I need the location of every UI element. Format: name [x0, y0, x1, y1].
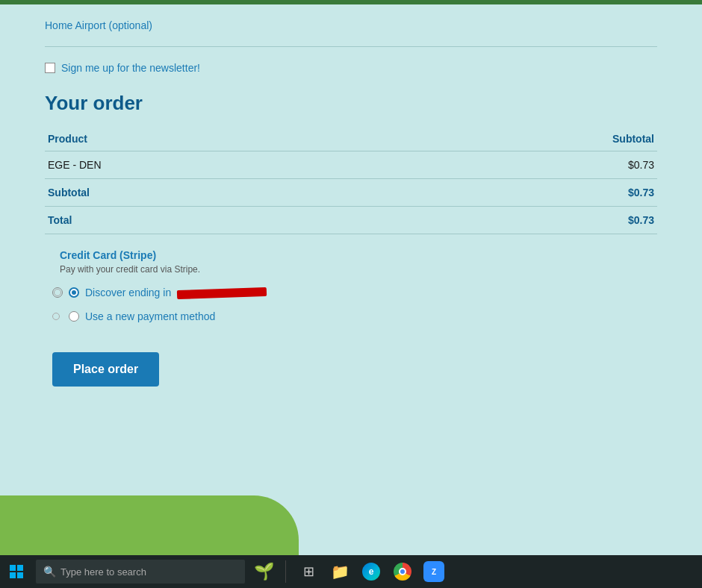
place-order-button[interactable]: Place order: [52, 352, 159, 387]
svg-rect-1: [17, 565, 23, 571]
col-header-product: Product: [45, 127, 384, 151]
newsletter-row: Sign me up for the newsletter!: [45, 62, 657, 74]
section-divider: [45, 46, 657, 47]
chrome-center-dot: [399, 568, 406, 575]
stripe-subtitle: Pay with your credit card via Stripe.: [60, 264, 657, 275]
existing-card-label: Discover ending in: [85, 287, 267, 298]
taskbar-plant-thumbnail: 🌱: [245, 555, 282, 588]
home-airport-link[interactable]: Home Airport (optional): [45, 19, 657, 31]
payment-option-new[interactable]: Use a new payment method: [52, 310, 657, 322]
windows-logo-icon: [10, 565, 23, 578]
main-content: Home Airport (optional) Sign me up for t…: [0, 0, 702, 522]
zoom-icon: Z: [423, 561, 444, 582]
total-row: Total $0.73: [45, 207, 657, 234]
task-view-icon: ⊞: [303, 563, 314, 580]
radio-new-method[interactable]: [69, 311, 79, 322]
taskbar-search-bar[interactable]: 🔍 Type here to search: [36, 560, 245, 584]
radio-outer-new: [52, 313, 60, 320]
newsletter-label: Sign me up for the newsletter!: [61, 62, 200, 74]
taskbar-app-icons: ⊞ 📁 e Z: [295, 558, 447, 585]
taskbar-search-text: Type here to search: [60, 566, 146, 578]
file-explorer-button[interactable]: 📁: [326, 558, 353, 585]
radio-dot: [72, 290, 76, 295]
green-hill-decoration: [0, 495, 299, 555]
order-table: Product Subtotal EGE - DEN $0.73 Subtota…: [45, 127, 657, 234]
radio-selected-existing[interactable]: [69, 287, 79, 298]
svg-rect-0: [10, 565, 16, 571]
total-label: Total: [45, 207, 384, 234]
search-icon: 🔍: [43, 566, 56, 578]
chrome-browser-button[interactable]: [389, 558, 416, 585]
credit-card-title: Credit Card (Stripe): [60, 249, 657, 261]
new-payment-label: Use a new payment method: [85, 310, 215, 322]
file-explorer-icon: 📁: [331, 563, 350, 581]
subtotal-value: $0.73: [384, 179, 657, 207]
total-value: $0.73: [384, 207, 657, 234]
payment-section: Credit Card (Stripe) Pay with your credi…: [45, 249, 657, 322]
newsletter-checkbox[interactable]: [45, 63, 55, 73]
radio-outer-existing: [52, 287, 63, 298]
taskbar-divider: [285, 560, 286, 583]
product-name: EGE - DEN: [45, 151, 384, 179]
your-order-title: Your order: [45, 92, 657, 115]
taskbar: 🔍 Type here to search 🌱 ⊞ 📁 e Z: [0, 555, 702, 588]
table-row: EGE - DEN $0.73: [45, 151, 657, 179]
svg-rect-3: [17, 572, 23, 578]
product-subtotal: $0.73: [384, 151, 657, 179]
svg-rect-2: [10, 572, 16, 578]
edge-browser-button[interactable]: e: [358, 558, 385, 585]
subtotal-label: Subtotal: [45, 179, 384, 207]
start-button[interactable]: [0, 555, 33, 588]
zoom-button[interactable]: Z: [420, 558, 447, 585]
top-green-bar: [0, 0, 702, 4]
edge-browser-icon: e: [362, 563, 380, 581]
col-header-subtotal: Subtotal: [384, 127, 657, 151]
redacted-card-number: [177, 287, 267, 299]
plant-icon: 🌱: [254, 562, 274, 581]
payment-option-existing[interactable]: Discover ending in: [52, 287, 657, 298]
task-view-button[interactable]: ⊞: [295, 558, 322, 585]
chrome-icon: [394, 563, 411, 581]
subtotal-row: Subtotal $0.73: [45, 179, 657, 207]
